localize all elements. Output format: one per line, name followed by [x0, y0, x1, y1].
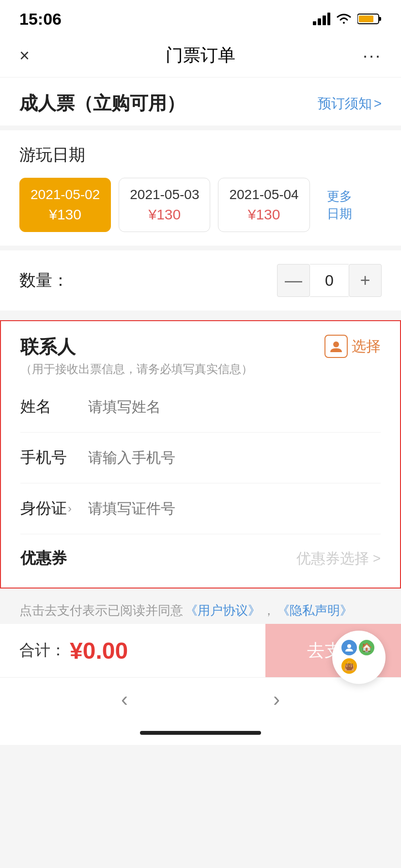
- agreement-text: 点击去支付表示已阅读并同意: [19, 602, 183, 619]
- svg-rect-5: [379, 17, 381, 21]
- svg-rect-6: [359, 16, 373, 22]
- ticket-type-section: 成人票（立购可用） 预订须知 >: [0, 78, 401, 130]
- svg-rect-0: [313, 21, 316, 25]
- quantity-label: 数量：: [19, 269, 69, 292]
- contact-icon: [324, 335, 348, 358]
- name-input[interactable]: [88, 399, 381, 415]
- signal-icon: [313, 13, 330, 25]
- status-time: 15:06: [19, 10, 62, 29]
- phone-label: 手机号: [20, 447, 88, 468]
- quantity-section: 数量： — 0 +: [0, 250, 401, 315]
- more-button[interactable]: ···: [363, 46, 382, 66]
- date-text-2: 2021-05-04: [229, 187, 298, 202]
- battery-icon: [357, 13, 382, 25]
- currency-symbol: ¥: [70, 638, 83, 664]
- header: × 门票订单 ···: [0, 34, 401, 78]
- phone-field: 手机号: [20, 433, 381, 483]
- ticket-type-title: 成人票（立购可用）: [19, 91, 185, 116]
- phone-input[interactable]: [88, 450, 381, 466]
- floating-icons: 🏠 👜: [341, 640, 376, 675]
- name-label: 姓名: [20, 396, 88, 418]
- floating-contact-button[interactable]: 🏠 👜: [332, 631, 386, 684]
- price-text-2: ¥130: [248, 206, 280, 223]
- total-label: 合计：: [19, 640, 66, 661]
- contact-subtitle: （用于接收出票信息，请务必填写真实信息）: [20, 361, 253, 377]
- section-divider-1: [0, 246, 401, 250]
- notice-label: 预订须知: [318, 94, 372, 113]
- agreement-section: 点击去支付表示已阅读并同意 《用户协议》 ， 《隐私声明》: [0, 593, 401, 624]
- contact-header: 联系人 （用于接收出票信息，请务必填写真实信息） 选择: [20, 335, 381, 377]
- home-indicator: [0, 721, 401, 745]
- more-dates-label: 更多日期: [327, 187, 352, 223]
- coupon-row[interactable]: 优惠券 优惠券选择 >: [20, 534, 381, 574]
- page-title: 门票订单: [166, 44, 235, 67]
- home-bar: [140, 731, 261, 735]
- notice-link[interactable]: 预订须知 >: [316, 94, 382, 113]
- date-text-1: 2021-05-03: [130, 187, 199, 202]
- date-list: 2021-05-02 ¥130 2021-05-03 ¥130 2021-05-…: [19, 178, 382, 246]
- date-card-1[interactable]: 2021-05-03 ¥130: [119, 178, 210, 232]
- date-card-0[interactable]: 2021-05-02 ¥130: [19, 178, 111, 232]
- id-field: 身份证›: [20, 483, 381, 534]
- name-field: 姓名: [20, 382, 381, 433]
- user-agreement-link[interactable]: 《用户协议》: [185, 602, 261, 619]
- date-text-0: 2021-05-02: [31, 187, 100, 202]
- coupon-right: 优惠券选择 >: [296, 549, 381, 569]
- price-text-0: ¥130: [49, 206, 81, 223]
- increase-button[interactable]: +: [349, 264, 382, 297]
- coupon-arrow: >: [373, 551, 381, 566]
- svg-rect-2: [323, 16, 326, 25]
- id-arrow: ›: [68, 502, 72, 515]
- person-icon: [329, 340, 343, 353]
- section-divider-2: [0, 315, 401, 320]
- more-dates-button[interactable]: 更多日期: [318, 178, 361, 232]
- coupon-placeholder: 优惠券选择: [296, 549, 369, 569]
- select-contact-button[interactable]: 选择: [324, 335, 381, 358]
- total-amount: ¥0.00: [70, 637, 265, 664]
- contact-title-block: 联系人 （用于接收出票信息，请务必填写真实信息）: [20, 335, 253, 377]
- date-section-label: 游玩日期: [19, 144, 382, 166]
- price-text-1: ¥130: [148, 206, 181, 223]
- close-button[interactable]: ×: [19, 46, 30, 66]
- person-icon: [341, 640, 357, 655]
- contact-section: 联系人 （用于接收出票信息，请务必填写真实信息） 选择 姓名 手机号 身份证› …: [0, 320, 401, 589]
- date-card-2[interactable]: 2021-05-04 ¥130: [218, 178, 309, 232]
- status-icons: [313, 12, 382, 26]
- agreement-separator: ，: [262, 602, 275, 619]
- contact-title: 联系人: [20, 335, 253, 359]
- svg-rect-3: [327, 13, 330, 25]
- select-label: 选择: [352, 337, 381, 356]
- home-icon: 🏠: [359, 640, 374, 655]
- quantity-controls: — 0 +: [277, 264, 382, 297]
- notice-arrow: >: [374, 96, 382, 111]
- quantity-value: 0: [310, 264, 349, 297]
- decrease-button[interactable]: —: [277, 264, 310, 297]
- svg-rect-1: [318, 18, 321, 25]
- id-input[interactable]: [88, 500, 381, 517]
- date-section: 游玩日期 2021-05-02 ¥130 2021-05-03 ¥130 202…: [0, 130, 401, 246]
- svg-point-8: [347, 644, 351, 648]
- back-button[interactable]: ‹: [121, 688, 128, 711]
- id-label: 身份证›: [20, 498, 88, 519]
- forward-button[interactable]: ›: [273, 688, 280, 711]
- amount-value: 0.00: [83, 638, 128, 664]
- coupon-label: 优惠券: [20, 548, 67, 569]
- status-bar: 15:06: [0, 0, 401, 34]
- privacy-link[interactable]: 《隐私声明》: [277, 602, 353, 619]
- svg-point-7: [333, 341, 339, 347]
- bag-icon: 👜: [341, 658, 357, 674]
- nav-bar: ‹ ›: [0, 677, 401, 721]
- wifi-icon: [335, 12, 353, 26]
